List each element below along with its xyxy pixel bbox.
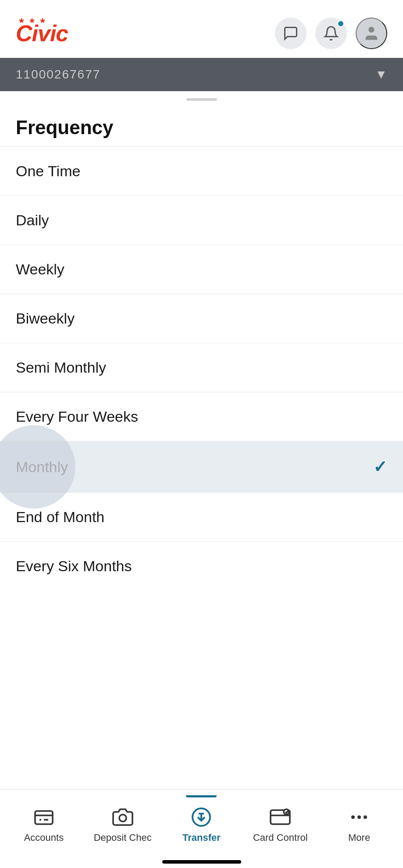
bell-icon xyxy=(323,25,339,41)
frequency-option-label: Every Six Months xyxy=(16,558,132,575)
nav-item-card-control[interactable]: Card Control xyxy=(241,806,320,843)
list-item[interactable]: Daily xyxy=(0,196,403,245)
account-bar[interactable]: 11000267677 ▼ xyxy=(0,58,403,91)
list-item[interactable]: End of Month xyxy=(0,493,403,542)
frequency-title: Frequency xyxy=(0,104,403,147)
list-item[interactable]: Every Six Months xyxy=(0,542,403,591)
nav-label-card-control: Card Control xyxy=(253,832,308,843)
chat-button[interactable] xyxy=(275,18,307,49)
camera-icon xyxy=(111,806,134,829)
frequency-option-label: One Time xyxy=(16,163,80,180)
notification-button[interactable] xyxy=(315,18,347,49)
frequency-option-label: Monthly xyxy=(16,459,68,476)
nav-label-deposit-check: Deposit Chec xyxy=(94,832,152,843)
svg-point-0 xyxy=(368,27,374,32)
nav-item-accounts[interactable]: Accounts xyxy=(4,806,83,843)
logo: ★ ★ ★ Civic xyxy=(16,20,68,46)
list-item[interactable]: Every Four Weeks xyxy=(0,392,403,441)
svg-point-6 xyxy=(351,815,355,819)
transfer-icon xyxy=(190,806,213,829)
list-item[interactable]: Semi Monthly xyxy=(0,343,403,392)
nav-label-transfer: Transfer xyxy=(182,832,221,843)
frequency-option-label: End of Month xyxy=(16,509,104,526)
notification-dot xyxy=(337,20,344,27)
frequency-option-label: Semi Monthly xyxy=(16,359,106,376)
list-item[interactable]: One Time xyxy=(0,147,403,196)
profile-icon xyxy=(363,25,380,42)
logo-text: Civic xyxy=(16,20,68,46)
checkmark-icon: ✓ xyxy=(373,457,387,477)
svg-point-8 xyxy=(364,815,367,819)
frequency-option-label: Biweekly xyxy=(16,310,75,327)
nav-item-more[interactable]: More xyxy=(320,806,399,843)
nav-label-more: More xyxy=(348,832,370,843)
home-bar xyxy=(162,860,241,864)
accounts-icon xyxy=(32,806,55,829)
app-header: ★ ★ ★ Civic xyxy=(0,0,403,58)
nav-label-accounts: Accounts xyxy=(24,832,64,843)
list-item[interactable]: Biweekly xyxy=(0,294,403,343)
list-item[interactable]: Weekly xyxy=(0,245,403,294)
sheet-handle xyxy=(186,98,217,101)
nav-item-transfer[interactable]: Transfer xyxy=(162,806,241,843)
svg-point-2 xyxy=(119,815,126,822)
active-indicator xyxy=(186,795,217,797)
profile-button[interactable] xyxy=(356,18,387,49)
list-item-monthly[interactable]: Monthly ✓ xyxy=(0,441,403,493)
chat-icon xyxy=(283,25,299,41)
frequency-option-label: Weekly xyxy=(16,261,64,278)
header-icons xyxy=(275,18,387,49)
frequency-option-label: Daily xyxy=(16,212,49,229)
account-number: 11000267677 xyxy=(16,68,100,82)
svg-point-7 xyxy=(357,815,361,819)
more-icon xyxy=(348,806,371,829)
chevron-down-icon: ▼ xyxy=(375,68,387,82)
frequency-list: One Time Daily Weekly Biweekly Semi Mont… xyxy=(0,147,403,591)
frequency-option-label: Every Four Weeks xyxy=(16,408,138,425)
nav-item-deposit-check[interactable]: Deposit Chec xyxy=(83,806,162,843)
sheet-handle-area xyxy=(0,91,403,104)
card-control-icon xyxy=(269,806,292,829)
bottom-nav: Accounts Deposit Chec Transfer xyxy=(0,789,403,868)
svg-rect-1 xyxy=(35,811,53,824)
